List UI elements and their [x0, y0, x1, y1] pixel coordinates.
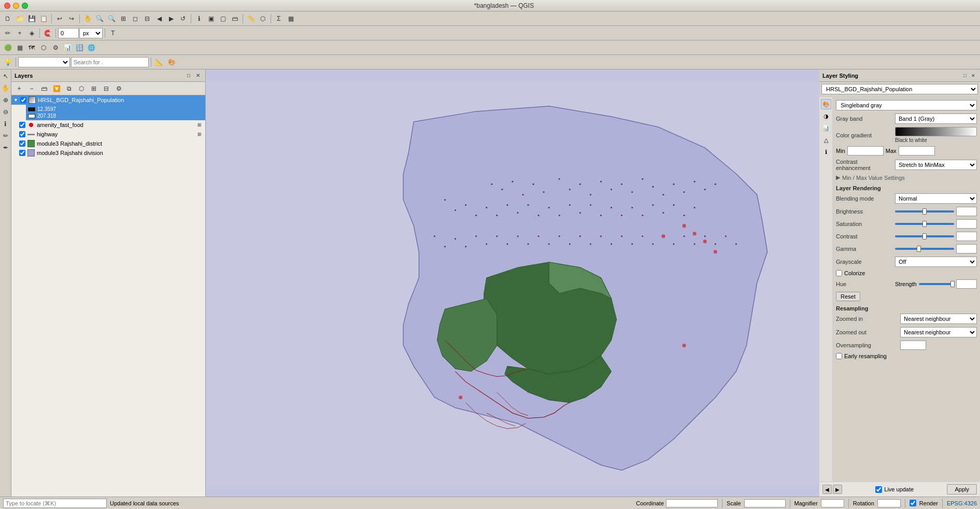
styling-close-btn[interactable]: ✕: [970, 72, 977, 79]
zoom-prev-btn[interactable]: ◀: [153, 13, 165, 24]
blending-select[interactable]: Normal: [895, 193, 977, 204]
vertex-tool-btn[interactable]: ◈: [26, 27, 37, 39]
colorize-checkbox[interactable]: [836, 270, 842, 276]
saturation-input[interactable]: 0: [956, 219, 977, 229]
expand-all-btn[interactable]: ⊞: [88, 83, 100, 94]
deselect-btn[interactable]: ▢: [217, 13, 229, 24]
plugin-btn-3[interactable]: 🗺: [26, 42, 37, 53]
nav-prev-btn[interactable]: ◀: [822, 485, 832, 494]
edit-map-btn[interactable]: ✏: [0, 130, 11, 142]
composer-btn[interactable]: 📐: [153, 56, 165, 68]
render-checkbox[interactable]: [910, 500, 916, 506]
hrsl-checkbox[interactable]: [20, 97, 26, 103]
styling-layer-select[interactable]: HRSL_BGD_Rajshahi_Population: [821, 84, 978, 94]
live-update-checkbox[interactable]: [875, 486, 882, 493]
select-tool-btn[interactable]: ↖: [0, 70, 11, 82]
text-annot-btn[interactable]: T: [107, 27, 119, 39]
zoom-out-map-btn[interactable]: ⊖: [0, 106, 11, 118]
division-checkbox[interactable]: [19, 150, 25, 156]
layer-item-amenity[interactable]: ▶ amenity_fast_food ⊞: [11, 120, 205, 130]
group-layer-btn[interactable]: ⬡: [76, 83, 87, 94]
layers-header-btn2[interactable]: ✕: [194, 72, 202, 80]
layer-item-district[interactable]: ▶ module3 Rajshahi_district: [11, 139, 205, 148]
open-attribute-btn[interactable]: 🗃: [229, 13, 240, 24]
apply-btn[interactable]: Apply: [947, 484, 977, 494]
magnifier-input[interactable]: 100%: [821, 499, 844, 507]
identify-btn[interactable]: ℹ: [193, 13, 205, 24]
layer-item-highway[interactable]: ▶ highway ⊞: [11, 130, 205, 139]
undo-btn[interactable]: ↩: [54, 13, 65, 24]
measure-area-btn[interactable]: ⬡: [257, 13, 268, 24]
early-resampling-checkbox[interactable]: [836, 353, 842, 359]
plugin-btn-2[interactable]: ▦: [14, 42, 25, 53]
minimize-button[interactable]: [13, 3, 19, 9]
grayscale-select[interactable]: Off: [895, 257, 977, 267]
layers-header-btn1[interactable]: □: [184, 72, 193, 80]
add-feature-btn[interactable]: +: [14, 27, 25, 39]
min-input[interactable]: 12,3597: [847, 146, 884, 155]
select-btn[interactable]: ▣: [205, 13, 217, 24]
layer-settings-btn[interactable]: ⚙: [113, 83, 124, 94]
measure-line-btn[interactable]: 📏: [245, 13, 257, 24]
filter-layer-btn[interactable]: 🔽: [51, 83, 62, 94]
highway-options-btn[interactable]: ⊞: [196, 131, 203, 138]
unit-select[interactable]: px mm: [79, 28, 103, 38]
style-histogram-btn[interactable]: 📊: [821, 123, 831, 133]
minmax-section-expand[interactable]: ▶ Min / Max Value Settings: [836, 174, 977, 181]
edit-toggle-btn[interactable]: ✏: [2, 27, 13, 39]
zoom-in-map-btn[interactable]: ⊕: [0, 94, 11, 106]
reset-btn[interactable]: Reset: [836, 292, 860, 301]
rotation-input[interactable]: 0,0 °: [877, 499, 901, 507]
plugin-btn-4[interactable]: ⬡: [38, 42, 49, 53]
contrast-select[interactable]: Stretch to MinMax: [895, 160, 977, 170]
close-button[interactable]: [4, 3, 10, 9]
plugin-btn-6[interactable]: 📊: [62, 42, 73, 53]
nav-next-btn[interactable]: ▶: [833, 485, 842, 494]
zoomed-out-select[interactable]: Nearest neighbour: [900, 327, 977, 337]
contrast-input[interactable]: 0: [956, 232, 977, 241]
remove-layer-btn[interactable]: −: [26, 83, 37, 94]
plugin-btn-8[interactable]: 🌐: [86, 42, 97, 53]
max-input[interactable]: 207,318: [899, 146, 935, 155]
style-pyramid-btn[interactable]: △: [821, 135, 831, 145]
statistics-btn[interactable]: Σ: [273, 13, 285, 24]
gray-band-select[interactable]: Band 1 (Gray): [895, 114, 977, 124]
layer-item-hrsl[interactable]: ▼ HRSL_BGD_Rajshahi_Population: [11, 95, 205, 105]
zoomed-in-select[interactable]: Nearest neighbour: [900, 314, 977, 324]
amenity-checkbox[interactable]: [19, 122, 25, 128]
pan-map-btn[interactable]: ✋: [0, 82, 11, 94]
style-manager-btn[interactable]: 🎨: [166, 56, 177, 68]
add-layer-btn[interactable]: +: [13, 83, 25, 94]
contrast-slider[interactable]: [895, 233, 954, 240]
location-filter-select[interactable]: Philippines: [18, 57, 70, 67]
zoom-selection-btn[interactable]: ⊟: [141, 13, 153, 24]
maximize-button[interactable]: [22, 3, 28, 9]
map-area[interactable]: [206, 69, 819, 497]
digitize-map-btn[interactable]: ✒: [0, 142, 11, 153]
gamma-input[interactable]: 1,00: [956, 244, 977, 253]
coord-input[interactable]: 87.780,25.451: [666, 499, 718, 507]
identify-map-btn[interactable]: ℹ: [0, 118, 11, 130]
collapse-all-btn[interactable]: ⊟: [101, 83, 112, 94]
gradient-preview[interactable]: [895, 127, 977, 136]
scale-input[interactable]: 1:1086085: [744, 499, 786, 507]
oversampling-input[interactable]: 2,00: [900, 341, 926, 350]
plugin-btn-7[interactable]: 🔢: [74, 42, 85, 53]
open-project-btn[interactable]: 📁: [14, 13, 25, 24]
district-checkbox[interactable]: [19, 140, 25, 147]
plugin-btn-1[interactable]: 🟢: [2, 42, 13, 53]
zoom-full-btn[interactable]: ⊞: [118, 13, 129, 24]
size-input[interactable]: [58, 28, 79, 38]
zoom-layer-btn[interactable]: ◻: [130, 13, 141, 24]
duplicate-layer-btn[interactable]: ⧉: [63, 83, 75, 94]
locate-input[interactable]: [3, 499, 107, 508]
strength-slider[interactable]: [919, 280, 954, 288]
strength-input[interactable]: 100%: [956, 279, 977, 289]
save-as-btn[interactable]: 📋: [38, 13, 49, 24]
zoom-out-btn[interactable]: 🔍: [106, 13, 117, 24]
brightness-input[interactable]: 0: [956, 207, 977, 216]
pan-btn[interactable]: ✋: [82, 13, 93, 24]
plugin-btn-5[interactable]: ⚙: [50, 42, 61, 53]
new-project-btn[interactable]: 🗋: [2, 13, 13, 24]
open-attr-btn[interactable]: 🗃: [38, 83, 50, 94]
